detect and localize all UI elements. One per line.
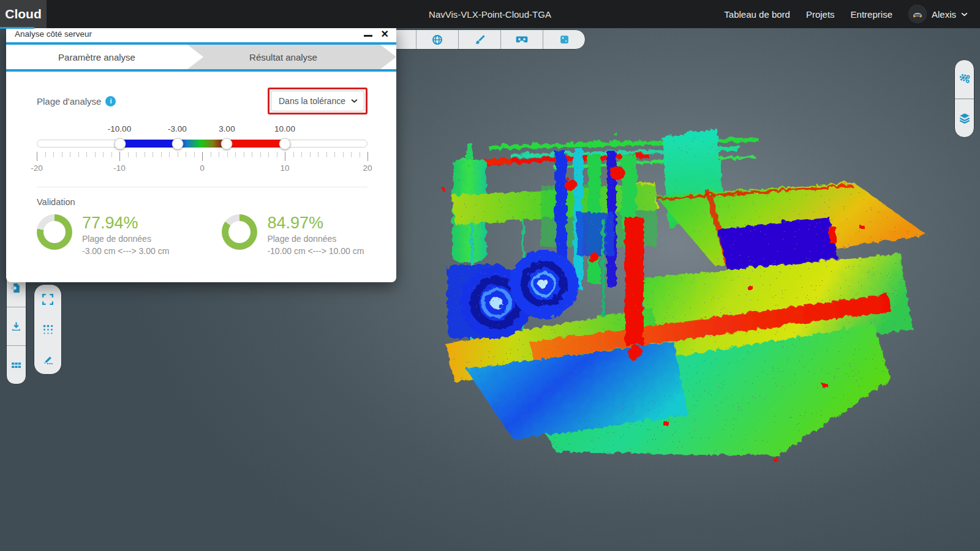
slider-handle[interactable] bbox=[221, 138, 233, 149]
axis-label: 10 bbox=[280, 163, 289, 173]
info-icon[interactable]: i bbox=[105, 96, 116, 107]
chevron-down-icon bbox=[351, 99, 358, 103]
close-button[interactable]: ✕ bbox=[381, 29, 389, 39]
ruler-tick bbox=[78, 152, 79, 157]
ruler-tick bbox=[227, 152, 228, 157]
slider-segment bbox=[120, 140, 178, 148]
ruler-tick bbox=[244, 152, 244, 157]
ruler-tick bbox=[86, 152, 87, 157]
ruler-tick bbox=[368, 152, 368, 161]
download-button[interactable] bbox=[7, 307, 26, 346]
slider-segment bbox=[178, 140, 227, 148]
ruler-tick bbox=[153, 152, 153, 157]
ruler-tick bbox=[103, 152, 104, 157]
ruler-tick bbox=[202, 152, 203, 161]
ruler-tick bbox=[293, 152, 294, 157]
pen-icon bbox=[42, 354, 53, 365]
vr-button[interactable] bbox=[501, 30, 543, 49]
slider-track[interactable] bbox=[37, 140, 368, 148]
slider-handle[interactable] bbox=[114, 138, 126, 149]
ruler-tick bbox=[145, 152, 145, 157]
axis-label: -20 bbox=[31, 163, 43, 173]
ruler-tick bbox=[351, 152, 352, 157]
ruler-tick bbox=[318, 152, 318, 157]
ruler-tick bbox=[268, 152, 269, 157]
validation-card: 77.94% Plage de données -3.00 cm <---> 3… bbox=[37, 214, 169, 257]
ruler-tick bbox=[277, 152, 277, 157]
ruler-tick bbox=[334, 152, 335, 157]
validation-range: -3.00 cm <---> 3.00 cm bbox=[82, 245, 169, 257]
logo-underline bbox=[0, 27, 34, 29]
ruler-tick bbox=[301, 152, 302, 157]
slider-handle-labels: -10.00-3.003.0010.00 bbox=[37, 124, 368, 137]
ruler-tick bbox=[186, 152, 186, 157]
expand-button[interactable] bbox=[34, 285, 61, 315]
validation-results: 77.94% Plage de données -3.00 cm <---> 3… bbox=[37, 214, 368, 257]
nav-item-enterprise[interactable]: Entreprise bbox=[851, 9, 892, 20]
donut-chart bbox=[222, 214, 257, 250]
vr-headset-icon bbox=[516, 34, 528, 46]
tolerance-select-value: Dans la tolérance bbox=[279, 96, 345, 106]
user-name[interactable]: Alexis bbox=[932, 9, 956, 20]
nav-menu: Tableau de bord Projets Entreprise Alexi… bbox=[724, 5, 980, 23]
validation-card: 84.97% Plage de données -10.00 cm <---> … bbox=[222, 214, 364, 257]
tab-parametre-analyse[interactable]: Paramètre analyse bbox=[6, 45, 203, 69]
ruler-tick bbox=[70, 152, 70, 157]
point-grid-button[interactable] bbox=[34, 315, 61, 345]
user-menu[interactable]: Alexis bbox=[908, 5, 968, 23]
grid-icon bbox=[11, 360, 21, 370]
validation-label: Plage de données bbox=[82, 233, 169, 245]
screenshot-button[interactable] bbox=[543, 30, 585, 49]
ruler-tick bbox=[252, 152, 252, 157]
validation-label: Plage de données bbox=[267, 233, 364, 245]
accent-bar-bottom bbox=[6, 69, 396, 72]
slider-segment bbox=[227, 140, 284, 148]
ruler-tick bbox=[285, 152, 285, 161]
analysis-dialog: Analyse côté serveur ✕ Résultat analyse … bbox=[6, 26, 396, 282]
minimize-button[interactable] bbox=[364, 35, 372, 37]
validation-range: -10.00 cm <---> 10.00 cm bbox=[267, 245, 364, 257]
ruler-tick bbox=[53, 152, 54, 157]
layers-button[interactable] bbox=[955, 99, 974, 138]
ruler-tick bbox=[62, 152, 62, 157]
slider-handle-value: 10.00 bbox=[274, 124, 295, 133]
slider-handle-value: -10.00 bbox=[108, 124, 131, 133]
ruler-tick bbox=[326, 152, 327, 157]
ruler-tick bbox=[136, 152, 137, 157]
ruler-tick bbox=[360, 152, 360, 157]
viewer-toolbar-left-a bbox=[6, 268, 26, 384]
viewer-toolbar-left-b bbox=[34, 284, 62, 375]
section-divider bbox=[37, 187, 368, 187]
grid-button[interactable] bbox=[7, 346, 26, 384]
point-grid-icon bbox=[42, 324, 54, 335]
ruler-tick bbox=[169, 152, 170, 157]
ruler-tick bbox=[95, 152, 96, 157]
point-cloud-render bbox=[429, 126, 928, 471]
donut-chart bbox=[37, 214, 72, 250]
ruler-tick bbox=[45, 152, 46, 157]
ruler-tick bbox=[310, 152, 311, 157]
tab-result-analyse[interactable]: Résultat analyse bbox=[186, 45, 396, 69]
tolerance-select[interactable]: Dans la tolérance bbox=[271, 91, 364, 111]
ruler-tick bbox=[119, 152, 120, 161]
nav-item-dashboard[interactable]: Tableau de bord bbox=[724, 9, 790, 20]
processing-icon bbox=[959, 73, 971, 85]
slider-handle-value: -3.00 bbox=[168, 124, 187, 133]
nav-item-projects[interactable]: Projets bbox=[806, 9, 835, 20]
axis-label: 20 bbox=[363, 163, 372, 173]
validation-heading: Validation bbox=[37, 197, 368, 207]
slider-axis-labels: -20-1001020 bbox=[37, 163, 368, 174]
ruler-tick bbox=[37, 152, 37, 161]
dialog-content: Plage d'analyse i Dans la tolérance -10.… bbox=[6, 88, 396, 257]
avatar-car-image bbox=[908, 5, 927, 23]
analysis-range-slider: -10.00-3.003.0010.00 -20-1001020 bbox=[37, 124, 368, 174]
slider-handle[interactable] bbox=[172, 138, 183, 149]
axis-label: -10 bbox=[113, 163, 126, 173]
globe-button[interactable] bbox=[417, 30, 459, 49]
slider-handle[interactable] bbox=[279, 138, 290, 149]
ruler-tick bbox=[235, 152, 236, 157]
pen-button[interactable] bbox=[34, 344, 61, 374]
ruler-tick bbox=[161, 152, 162, 157]
processing-button[interactable] bbox=[955, 60, 974, 99]
brush-button[interactable] bbox=[459, 30, 501, 49]
